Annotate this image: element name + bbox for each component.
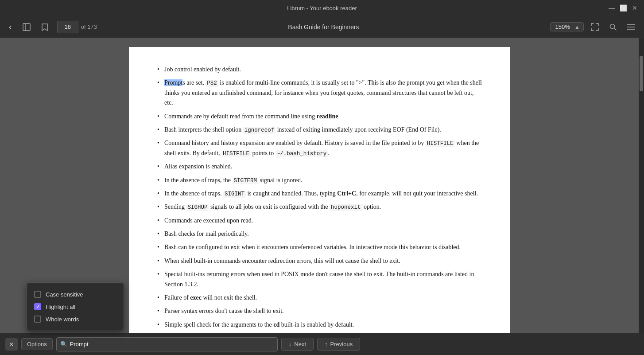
list-item: Alias expansion is enabled. [155, 162, 483, 172]
toolbar-right: 150% ▲ [550, 20, 639, 34]
search-close-button[interactable]: ✕ [5, 338, 18, 351]
search-input-wrapper: 🔍 [56, 337, 278, 351]
list-item: Job control enabled by default. [155, 65, 483, 74]
list-item: Bash interprets the shell option ignoree… [155, 125, 483, 135]
list-item: Simple spell check for the arguments to … [155, 320, 483, 330]
next-label: Next [294, 341, 306, 347]
toolbar: ‹ 18 of 173 Bash Guide for Beginners 150… [0, 16, 644, 38]
window-controls: — ⬜ ✕ [608, 4, 639, 12]
list-item: In the absence of traps, the SIGTERM sig… [155, 176, 483, 185]
whole-words-option: Whole words [34, 313, 116, 325]
prev-result-button[interactable]: ↑ Previous [317, 338, 360, 351]
page-number-input[interactable]: 18 [57, 21, 78, 33]
svg-rect-0 [23, 23, 30, 31]
svg-line-3 [614, 28, 617, 30]
zoom-level: 150% [553, 23, 572, 30]
whole-words-checkbox[interactable] [34, 316, 41, 323]
list-item: Prompts are set, PS2 is enabled for mult… [155, 78, 483, 108]
case-sensitive-checkbox[interactable] [34, 291, 41, 298]
toolbar-center: Bash Guide for Beginners [101, 23, 547, 31]
highlight-prompts: Prompt [164, 79, 182, 86]
highlight-all-label: Highlight all [46, 304, 75, 310]
page-navigation: 18 of 173 [57, 21, 97, 33]
prev-icon: ↑ [325, 341, 328, 347]
minimize-button[interactable]: — [608, 4, 616, 12]
back-button[interactable]: ‹ [5, 19, 16, 35]
list-item: Commands are executed upon read. [155, 216, 483, 226]
section-link-1-3-2[interactable]: Section 1.3.2 [164, 281, 197, 288]
whole-words-label: Whole words [46, 316, 79, 323]
sidebar-icon [23, 23, 31, 31]
bookmark-icon [41, 23, 48, 31]
page-total: of 173 [81, 23, 97, 30]
scrollbar-track[interactable] [639, 38, 644, 333]
list-item: Parser syntax errors don't cause the she… [155, 306, 483, 316]
zoom-control: 150% ▲ [550, 22, 584, 31]
highlight-all-option: Highlight all [34, 300, 116, 313]
zoom-up-button[interactable]: ▲ [574, 24, 581, 30]
maximize-button[interactable]: ⬜ [619, 4, 627, 12]
content-list: Job control enabled by default. Prompts … [155, 65, 483, 333]
menu-icon [627, 24, 635, 30]
sidebar-toggle-button[interactable] [19, 20, 34, 34]
title-bar: Librum - Your ebook reader — ⬜ ✕ [0, 0, 644, 16]
scrollbar-thumb[interactable] [640, 56, 643, 91]
next-icon: ↓ [289, 341, 292, 347]
app-title: Librum - Your ebook reader [287, 5, 357, 12]
search-bar: ✕ Options 🔍 ↓ Next ↑ Previous [0, 333, 644, 355]
list-item: Sending SIGHUP signals to all jobs on ex… [155, 202, 483, 212]
bookmark-button[interactable] [38, 20, 52, 34]
list-item: When shell built-in commands encounter r… [155, 256, 483, 266]
list-item: Commands are by default read from the co… [155, 112, 483, 121]
search-button[interactable] [606, 21, 620, 33]
list-item: Bash can be configured to exit when it e… [155, 242, 483, 252]
search-input[interactable] [70, 341, 274, 347]
next-result-button[interactable]: ↓ Next [281, 338, 314, 351]
page-content: Job control enabled by default. Prompts … [129, 47, 510, 333]
list-item: Bash checks for mail periodically. [155, 229, 483, 239]
menu-button[interactable] [624, 21, 639, 33]
search-options-button[interactable]: Options [21, 338, 53, 350]
book-title: Bash Guide for Beginners [288, 23, 359, 31]
case-sensitive-label: Case sensitive [46, 291, 83, 298]
case-sensitive-option: Case sensitive [34, 288, 116, 300]
search-icon [609, 23, 617, 31]
list-item: Command history and history expansion ar… [155, 138, 483, 158]
list-item: Special built-ins returning errors when … [155, 269, 483, 289]
list-item: In the absence of traps, SIGINT is caugh… [155, 189, 483, 199]
close-button[interactable]: ✕ [631, 4, 639, 12]
search-small-icon: 🔍 [60, 341, 67, 347]
list-item: Failure of exec will not exit the shell. [155, 293, 483, 303]
prev-label: Previous [330, 341, 353, 347]
highlight-all-checkbox[interactable] [34, 303, 41, 310]
options-popup: Case sensitive Highlight all Whole words [27, 282, 124, 331]
fullscreen-icon [591, 23, 599, 31]
fullscreen-button[interactable] [587, 20, 602, 34]
